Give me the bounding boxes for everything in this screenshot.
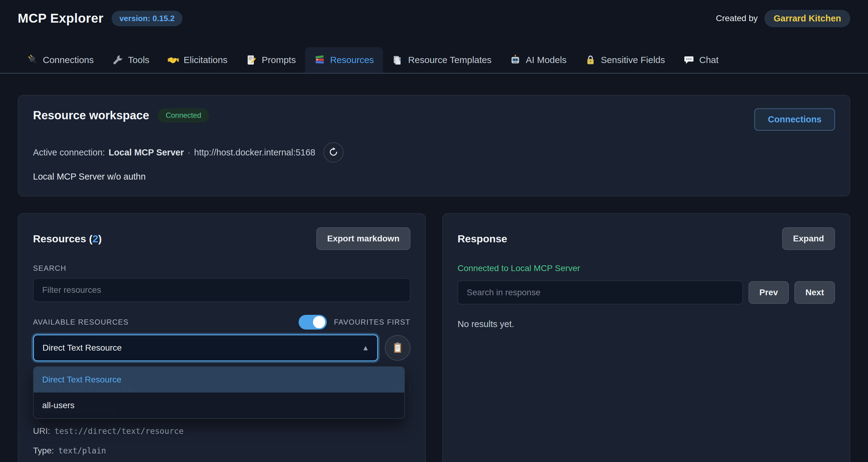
refresh-icon	[329, 147, 338, 158]
caret-up-icon: ▲	[362, 344, 369, 352]
search-label: SEARCH	[33, 264, 410, 272]
handshake-icon	[168, 54, 179, 65]
filter-resources-input[interactable]	[33, 278, 410, 302]
tab-tools[interactable]: Tools	[103, 47, 159, 73]
resources-title-suffix: )	[98, 233, 102, 244]
version-badge: version: 0.15.2	[112, 11, 183, 26]
tab-label: Tools	[128, 55, 150, 65]
tab-label: Elicitations	[184, 55, 227, 65]
tab-label: Resources	[330, 55, 374, 65]
tab-resources[interactable]: Resources	[305, 47, 383, 73]
created-by-label: Created by	[716, 13, 758, 23]
mcp-explorer-app: MCP Explorer version: 0.15.2 Created by …	[0, 0, 868, 462]
wrench-icon	[112, 54, 123, 65]
resource-workspace-card: Resource workspace Connected Connections…	[18, 95, 850, 196]
dropdown-option-direct-text-resource[interactable]: Direct Text Resource	[34, 367, 404, 393]
main-content: Resource workspace Connected Connections…	[0, 95, 868, 462]
favourites-first-label: FAVOURITES FIRST	[334, 318, 410, 326]
prev-button[interactable]: Prev	[748, 281, 789, 304]
next-button[interactable]: Next	[794, 281, 835, 304]
connections-button[interactable]: Connections	[754, 108, 835, 131]
tab-prompts[interactable]: Prompts	[237, 47, 305, 73]
expand-button[interactable]: Expand	[782, 227, 835, 250]
resource-dropdown-menu: Direct Text Resource all-users	[33, 366, 405, 419]
app-title: MCP Explorer	[18, 11, 103, 26]
connected-status-badge: Connected	[158, 108, 209, 122]
dropdown-option-all-users[interactable]: all-users	[34, 393, 404, 418]
creator-badge[interactable]: Garrard Kitchen	[765, 10, 850, 27]
chat-bubble-icon	[683, 54, 694, 65]
resource-type-row: Type:text/plain	[33, 446, 410, 456]
tab-sensitive-fields[interactable]: Sensitive Fields	[576, 47, 674, 73]
tab-ai-models[interactable]: AI Models	[501, 47, 576, 73]
books-icon	[314, 54, 325, 65]
app-header: MCP Explorer version: 0.15.2 Created by …	[0, 0, 868, 37]
type-label: Type:	[33, 446, 54, 455]
toggle-knob	[313, 316, 325, 328]
connection-url: http://host.docker.internal:5168	[194, 147, 315, 157]
tab-label: AI Models	[526, 55, 566, 65]
tab-connections[interactable]: Connections	[18, 47, 103, 73]
active-connection-label: Active connection:	[33, 147, 105, 157]
nav-tab-bar: Connections Tools Elicitations Prompts R…	[0, 37, 868, 74]
tab-label: Connections	[43, 55, 94, 65]
workspace-title: Resource workspace	[33, 109, 149, 122]
lock-icon	[585, 54, 596, 65]
tab-label: Resource Templates	[408, 55, 492, 65]
response-panel: Response Expand Connected to Local MCP S…	[442, 213, 850, 462]
memo-icon	[246, 54, 257, 65]
connection-description: Local MCP Server w/o authn	[33, 172, 835, 182]
pages-icon	[392, 54, 403, 65]
uri-value: test://direct/text/resource	[54, 427, 184, 436]
type-value: text/plain	[58, 446, 106, 455]
response-panel-title: Response	[458, 233, 507, 245]
tab-elicitations[interactable]: Elicitations	[159, 47, 237, 73]
tab-label: Sensitive Fields	[601, 55, 665, 65]
search-in-response-input[interactable]	[458, 281, 743, 305]
tab-label: Chat	[699, 55, 718, 65]
favourites-first-toggle[interactable]	[299, 315, 327, 329]
connection-separator: ·	[187, 147, 190, 157]
resources-count: 2	[93, 233, 98, 244]
response-empty-text: No results yet.	[458, 319, 835, 329]
resource-select-value: Direct Text Resource	[42, 343, 122, 353]
resources-title-prefix: Resources (	[33, 233, 93, 244]
clipboard-icon	[392, 342, 404, 355]
robot-icon	[510, 54, 521, 65]
tab-label: Prompts	[261, 55, 296, 65]
resources-panel: Resources (2) Export markdown SEARCH AVA…	[18, 213, 426, 462]
uri-label: URI:	[33, 426, 50, 436]
refresh-connection-button[interactable]	[323, 142, 344, 163]
tab-resource-templates[interactable]: Resource Templates	[383, 47, 501, 73]
available-resources-label: AVAILABLE RESOURCES	[33, 318, 129, 326]
resources-panel-title: Resources (2)	[33, 233, 102, 245]
export-markdown-button[interactable]: Export markdown	[316, 227, 410, 250]
response-status-text: Connected to Local MCP Server	[458, 263, 835, 273]
connection-name: Local MCP Server	[108, 147, 184, 157]
resource-select[interactable]: Direct Text Resource ▲	[33, 335, 378, 362]
plug-icon	[27, 54, 38, 65]
tab-chat[interactable]: Chat	[674, 47, 728, 73]
resource-uri-row: URI:test://direct/text/resource	[33, 426, 410, 436]
copy-resource-button[interactable]	[385, 335, 410, 361]
